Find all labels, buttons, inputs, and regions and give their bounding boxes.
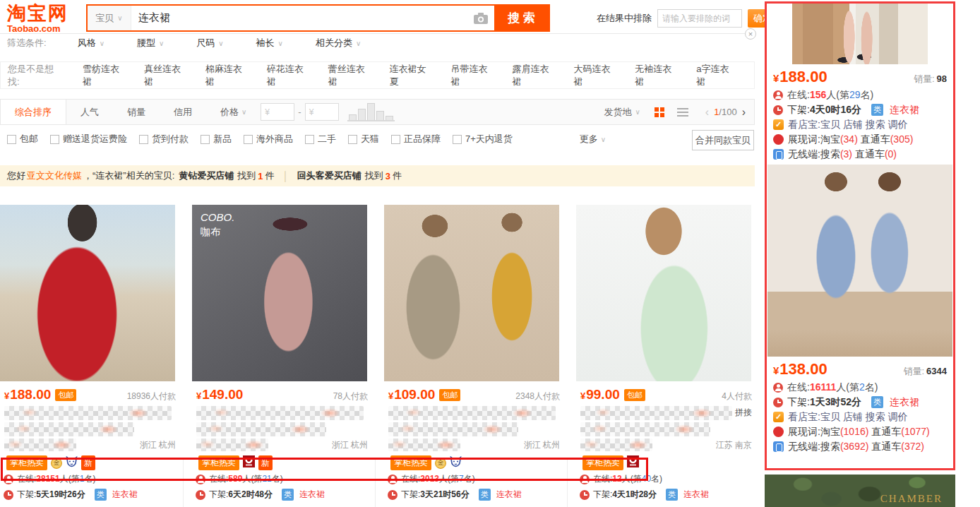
buyer-count: 78人付款 xyxy=(333,390,368,402)
checkbox[interactable] xyxy=(453,135,462,144)
close-icon[interactable]: × xyxy=(745,28,756,40)
grid-view-icon[interactable] xyxy=(655,107,664,117)
vip-shop-label[interactable]: 黄钻爱买店铺 xyxy=(179,169,234,182)
category-link[interactable]: 连衣裙 xyxy=(496,489,522,501)
filter-size[interactable]: 尺码∨ xyxy=(196,37,223,49)
exclude-input[interactable] xyxy=(657,9,742,28)
category-link[interactable]: 连衣裙 xyxy=(299,489,325,501)
filter-style[interactable]: 风格∨ xyxy=(78,37,104,49)
suggestion-link[interactable]: 棉麻连衣裙 xyxy=(205,63,247,88)
filter-related-category[interactable]: 相关分类∨ xyxy=(316,37,361,49)
checkbox[interactable] xyxy=(50,135,59,144)
product-image[interactable] xyxy=(384,205,559,381)
checkbox[interactable] xyxy=(305,135,314,144)
merge-same-items-button[interactable]: 合并同款宝贝 xyxy=(692,130,754,150)
product-location: 江苏 南京 xyxy=(716,439,752,451)
online-rank: 21 xyxy=(262,474,271,484)
category-link[interactable]: 连衣裙 xyxy=(890,396,919,409)
more-options[interactable]: 更多∨ xyxy=(580,133,606,145)
online-row: 在线:12人(第40名) xyxy=(576,470,756,485)
shipping-location-dropdown[interactable]: 发货地∨ xyxy=(604,106,640,119)
next-page-icon[interactable]: › xyxy=(742,106,746,119)
suggestion-link[interactable]: 雪纺连衣裙 xyxy=(83,63,124,88)
next-product-image[interactable]: CHAMBER xyxy=(765,475,955,507)
product-price: 109.00 xyxy=(394,387,435,402)
search-input[interactable] xyxy=(131,6,467,30)
filter-sleeve[interactable]: 袖长∨ xyxy=(256,37,283,49)
hot-sale-badge[interactable]: 掌柜热卖 xyxy=(582,455,623,470)
sort-composite[interactable]: 综合排序 xyxy=(1,100,66,124)
option-authentic[interactable]: 正品保障 xyxy=(391,133,441,145)
sidebar-product-image[interactable] xyxy=(792,4,928,64)
online-count: 2013 xyxy=(420,474,439,484)
price-max-input[interactable]: ¥ xyxy=(305,103,339,121)
option-free-shipping[interactable]: 包邮 xyxy=(7,133,38,145)
checkbox[interactable] xyxy=(201,135,210,144)
option-tmall[interactable]: 天猫 xyxy=(348,133,379,145)
category-link[interactable]: 连衣裙 xyxy=(112,489,138,501)
badge-row: 掌柜热卖 xyxy=(576,451,756,470)
hot-sale-badge[interactable]: 掌柜热卖 xyxy=(390,455,431,470)
product-image[interactable] xyxy=(576,205,751,381)
censored-seller xyxy=(4,439,76,451)
sort-popularity[interactable]: 人气 xyxy=(66,100,113,124)
option-cod[interactable]: 货到付款 xyxy=(139,133,189,145)
new-badge: 新 xyxy=(258,455,273,470)
notice-unit2: 件 xyxy=(393,169,402,182)
sidebar-price: 188.00 xyxy=(779,68,827,86)
price-min-input[interactable]: ¥ xyxy=(261,103,294,121)
suggestion-link[interactable]: a字连衣裙 xyxy=(696,63,734,88)
sidebar-price: 138.00 xyxy=(779,360,827,378)
product-image[interactable] xyxy=(0,205,175,381)
option-secondhand[interactable]: 二手 xyxy=(305,133,336,145)
suggestion-link[interactable]: 蕾丝连衣裙 xyxy=(328,63,370,88)
checkbox[interactable] xyxy=(348,135,357,144)
badge-row: 掌柜热卖 金 新 xyxy=(0,451,180,470)
checkbox[interactable] xyxy=(139,135,148,144)
suggestion-link[interactable]: 真丝连衣裙 xyxy=(144,63,186,88)
list-view-icon[interactable] xyxy=(677,108,688,109)
sales-label: 销量: xyxy=(903,366,924,376)
mobile-icon xyxy=(773,149,784,160)
kandianbao-links[interactable]: 看店宝:宝贝 店铺 搜索 调价 xyxy=(788,411,908,424)
prev-page-icon[interactable]: ‹ xyxy=(705,106,709,119)
suggestion-link[interactable]: 无袖连衣裙 xyxy=(635,63,676,88)
sort-price[interactable]: 价格∨ xyxy=(206,100,261,124)
option-7day-return[interactable]: 7+天内退货 xyxy=(453,133,513,145)
exhibit-count: (34) xyxy=(840,133,858,145)
taobao-logo[interactable]: 淘宝网 Taobao.com xyxy=(7,4,85,34)
sort-sales[interactable]: 销量 xyxy=(113,100,160,124)
suggestion-link[interactable]: 连衣裙女夏 xyxy=(390,63,431,88)
notice-find2: 找到 xyxy=(365,169,383,182)
shop-name-link[interactable]: 亚文文化传媒 xyxy=(27,169,82,182)
sort-credit[interactable]: 信用 xyxy=(160,100,206,124)
checkbox[interactable] xyxy=(391,135,400,144)
hot-sale-badge[interactable]: 掌柜热卖 xyxy=(198,455,239,470)
censored-seller xyxy=(580,439,652,451)
badge-row: 掌柜热卖 金 xyxy=(384,451,564,470)
clock-icon xyxy=(580,490,590,500)
product-image[interactable]: COBO.咖布 xyxy=(192,205,367,381)
option-overseas[interactable]: 海外商品 xyxy=(244,133,293,145)
category-link[interactable]: 连衣裙 xyxy=(683,489,709,501)
suggestion-link[interactable]: 吊带连衣裙 xyxy=(451,63,493,88)
option-return-insurance[interactable]: 赠送退货运费险 xyxy=(50,133,127,145)
kandianbao-links[interactable]: 看店宝:宝贝 店铺 搜索 调价 xyxy=(788,119,908,131)
search-button[interactable]: 搜 索 xyxy=(494,6,549,30)
suggestion-link[interactable]: 碎花连衣裙 xyxy=(267,63,309,88)
suggestion-link[interactable]: 露肩连衣裙 xyxy=(512,63,554,88)
option-new[interactable]: 新品 xyxy=(201,133,232,145)
category-link[interactable]: 连衣裙 xyxy=(890,104,919,117)
suggestion-link[interactable]: 大码连衣裙 xyxy=(573,63,615,88)
repeat-shop-label[interactable]: 回头客爱买店铺 xyxy=(297,169,361,182)
checkbox[interactable] xyxy=(244,135,253,144)
free-shipping-badge: 包邮 xyxy=(439,389,460,401)
search-category-dropdown[interactable]: 宝贝 ∨ xyxy=(88,6,131,30)
checkbox[interactable] xyxy=(7,135,16,144)
column-divider xyxy=(183,458,184,507)
header-divider xyxy=(0,33,755,34)
camera-search-icon[interactable] xyxy=(467,6,494,30)
filter-waist[interactable]: 腰型∨ xyxy=(137,37,164,49)
hot-sale-badge[interactable]: 掌柜热卖 xyxy=(6,455,47,470)
sidebar-product-image[interactable] xyxy=(767,165,952,357)
